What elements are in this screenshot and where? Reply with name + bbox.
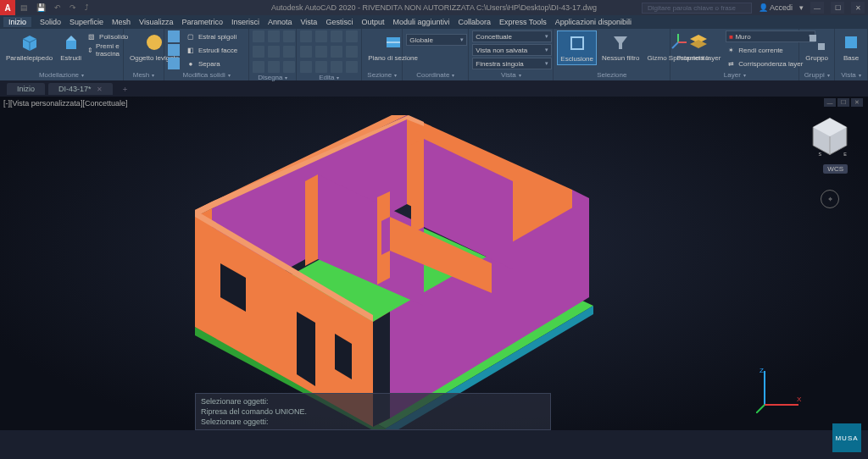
- array-icon[interactable]: [346, 46, 358, 58]
- rotate-icon[interactable]: [331, 30, 342, 42]
- model: [170, 115, 610, 430]
- close-tab-icon[interactable]: ✕: [97, 86, 103, 93]
- tab-visualizza[interactable]: Visualizza: [139, 18, 173, 26]
- circle-icon[interactable]: [283, 30, 295, 42]
- tab-vista[interactable]: Vista: [301, 18, 318, 26]
- explode-icon[interactable]: [346, 61, 358, 73]
- nav-wheel-icon[interactable]: ⌖: [821, 190, 839, 208]
- tab-collabora[interactable]: Collabora: [458, 18, 491, 26]
- file-tab-bar: Inizio DI-43-17*✕ ＋: [0, 81, 868, 97]
- ellipse-icon[interactable]: [253, 61, 264, 73]
- tab-inserisci[interactable]: Inserisci: [231, 18, 259, 26]
- add-tab-button[interactable]: ＋: [116, 84, 134, 95]
- title-text: Autodesk AutoCAD 2020 - RIVENDITA NON AU…: [271, 3, 597, 12]
- matchlayer-icon: ⇄: [726, 58, 736, 69]
- panel-modifica-solidi: ▢Estrai spigoli ◧Estrudi facce ●Separa M…: [164, 29, 249, 80]
- signin-button[interactable]: 👤 Accedi: [759, 3, 793, 12]
- qat-save-icon[interactable]: 💾: [36, 3, 46, 12]
- intersect-icon[interactable]: [168, 58, 180, 69]
- file-tab-home[interactable]: Inizio: [7, 83, 45, 95]
- cmd-history-1: Selezionare oggetti:: [201, 396, 545, 406]
- gruppo-button[interactable]: Gruppo: [803, 30, 831, 64]
- vp-max-icon[interactable]: ☐: [837, 98, 849, 107]
- ucs-badge[interactable]: WCS: [823, 164, 848, 174]
- erase-icon[interactable]: [331, 61, 342, 73]
- fillet-icon[interactable]: [315, 46, 327, 58]
- viewcube[interactable]: S E: [807, 113, 853, 159]
- panel-sezione: Piano di sezione Sezione▾: [362, 29, 403, 80]
- nessun-filtro-button[interactable]: Nessun filtro: [599, 30, 642, 64]
- tab-annota[interactable]: Annota: [268, 18, 292, 26]
- app-menu-icon[interactable]: ▾: [799, 3, 804, 12]
- tab-solido[interactable]: Solido: [40, 18, 61, 26]
- scale-icon[interactable]: [331, 46, 342, 58]
- vp-min-icon[interactable]: —: [824, 98, 836, 107]
- panel-mesh: Oggetto levigato Mesh▾: [124, 29, 164, 80]
- close-button[interactable]: ✕: [851, 2, 865, 14]
- hatch-icon[interactable]: [283, 61, 295, 73]
- estrudi-facce-button[interactable]: ◧Estrudi facce: [186, 44, 237, 56]
- maximize-button[interactable]: ☐: [831, 2, 844, 14]
- proprieta-layer-button[interactable]: Proprietà layer: [674, 30, 723, 64]
- premi-trascina-button[interactable]: ⇕Premi e trascina: [86, 44, 128, 56]
- svg-marker-13: [690, 40, 707, 48]
- panel-disegna: Disegna▾: [249, 29, 297, 80]
- qat-open-icon[interactable]: ▤: [20, 3, 28, 12]
- command-line[interactable]: Selezionare oggetti: Ripresa del comando…: [195, 393, 551, 430]
- infocenter-search[interactable]: Digitare parola chiave o frase: [642, 3, 752, 14]
- rect-icon[interactable]: [268, 46, 280, 58]
- tab-mesh[interactable]: Mesh: [112, 18, 131, 26]
- polyline-icon[interactable]: [268, 30, 280, 42]
- separa-button[interactable]: ●Separa: [186, 58, 237, 69]
- parallelepipedo-button[interactable]: Parallelepipedo: [3, 30, 55, 64]
- move-icon[interactable]: [300, 30, 312, 42]
- tab-output[interactable]: Output: [361, 18, 384, 26]
- qat-share-icon[interactable]: ⤴: [85, 3, 89, 12]
- minimize-button[interactable]: —: [810, 2, 824, 14]
- spline-icon[interactable]: [283, 46, 295, 58]
- tab-parametrico[interactable]: Parametrico: [181, 18, 223, 26]
- qat-undo-icon[interactable]: ↶: [54, 3, 61, 12]
- polisolido-button[interactable]: ▧Polisolido: [86, 30, 128, 42]
- arc-icon[interactable]: [253, 46, 264, 58]
- file-tab-drawing[interactable]: DI-43-17*✕: [48, 83, 113, 95]
- svg-marker-39: [305, 174, 318, 266]
- union-icon[interactable]: [168, 30, 180, 42]
- line-icon[interactable]: [253, 30, 264, 42]
- svg-point-4: [147, 35, 162, 50]
- extrude-icon: [61, 32, 81, 53]
- viewport[interactable]: [-][Vista personalizzata][Concettuale] —…: [0, 97, 868, 430]
- panel-layer: Proprietà layer ■ Muro ✶Rendi corrente ⇄…: [670, 29, 799, 80]
- mirror-icon[interactable]: [300, 46, 312, 58]
- tab-gestisci[interactable]: Gestisci: [326, 18, 353, 26]
- point-icon[interactable]: [268, 61, 280, 73]
- panel-coordinate: Globale Coordinate▾: [403, 29, 469, 80]
- makecurrent-icon: ✶: [726, 45, 736, 55]
- visualstyle-dropdown[interactable]: Concettuale: [472, 30, 552, 42]
- qat-redo-icon[interactable]: ↷: [70, 3, 76, 12]
- app-icon[interactable]: A: [0, 0, 15, 15]
- base-button[interactable]: Base: [838, 30, 864, 64]
- panel-vista: Concettuale Vista non salvata Finestra s…: [469, 29, 554, 80]
- tab-superficie[interactable]: Superficie: [70, 18, 103, 26]
- estrai-spigoli-button[interactable]: ▢Estrai spigoli: [186, 30, 237, 42]
- ucs-dropdown[interactable]: Globale: [406, 34, 467, 46]
- esclusione-button[interactable]: Esclusione: [557, 30, 597, 65]
- svg-rect-7: [571, 37, 583, 49]
- tab-moduli[interactable]: Moduli aggiuntivi: [392, 18, 449, 26]
- vp-close-icon[interactable]: ✕: [851, 98, 863, 107]
- tab-express[interactable]: Express Tools: [499, 18, 547, 26]
- trim-icon[interactable]: [346, 30, 358, 42]
- estrudi-button[interactable]: Estrudi: [58, 30, 84, 64]
- face-icon: ◧: [186, 45, 196, 55]
- offset-icon[interactable]: [315, 61, 327, 73]
- panel-vista2: Base Vista▾: [835, 29, 868, 80]
- tab-inizio[interactable]: Inizio: [3, 17, 31, 27]
- copy-icon[interactable]: [315, 30, 327, 42]
- viewport-dropdown[interactable]: Finestra singola: [472, 58, 552, 69]
- tab-app[interactable]: Applicazioni disponibili: [555, 18, 632, 26]
- view-dropdown[interactable]: Vista non salvata: [472, 44, 552, 56]
- subtract-icon[interactable]: [168, 44, 180, 56]
- viewport-label[interactable]: [-][Vista personalizzata][Concettuale]: [3, 99, 127, 108]
- stretch-icon[interactable]: [300, 61, 312, 73]
